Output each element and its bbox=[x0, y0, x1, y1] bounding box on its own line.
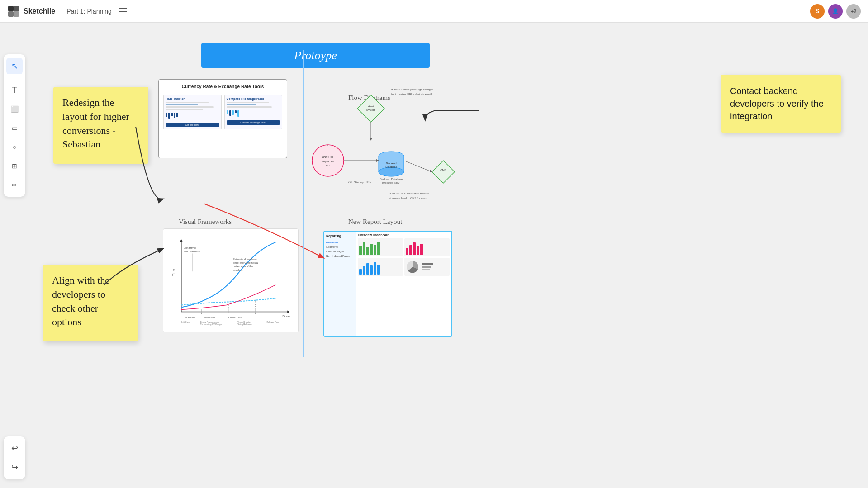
svg-text:for important URLs alert via e: for important URLs alert via email. bbox=[391, 93, 432, 95]
svg-point-16 bbox=[379, 167, 404, 176]
svg-text:at a page level in CMS for use: at a page level in CMS for users. bbox=[389, 197, 428, 199]
canvas[interactable]: ↖ T ⬜ ▭ ○ ⊞ ✏ ↩ ↪ Protoype Redesign the … bbox=[0, 23, 868, 488]
report-grid bbox=[358, 238, 450, 276]
flow-diagram: Alert System If Index Coverage change ch… bbox=[301, 81, 473, 213]
divider bbox=[61, 6, 61, 17]
report-sidebar-indexed[interactable]: Indexed Pages bbox=[326, 249, 354, 254]
app-logo[interactable]: Sketchlie bbox=[7, 5, 55, 18]
report-chart-4 bbox=[404, 258, 450, 276]
toolbar-divider-1 bbox=[6, 78, 23, 78]
svg-text:better idea of the: better idea of the bbox=[233, 265, 253, 268]
svg-text:GSC URL: GSC URL bbox=[322, 156, 334, 159]
select-tool[interactable]: ↖ bbox=[6, 58, 23, 74]
plan-title: Part 1: Planning bbox=[66, 8, 112, 15]
menu-bar-3 bbox=[119, 14, 127, 14]
svg-text:Inspection: Inspection bbox=[322, 160, 334, 163]
redo-button[interactable]: ↪ bbox=[6, 459, 23, 475]
section-new-report-layout: New Report Layout bbox=[348, 218, 402, 226]
sticky-note-align[interactable]: Align with the developers to check other… bbox=[43, 265, 138, 341]
compare-exchange-card[interactable]: Compare exchange rates Compare Exchange … bbox=[224, 95, 283, 129]
svg-text:Initial Idea: Initial Idea bbox=[181, 321, 191, 323]
report-sidebar-nonindexed[interactable]: Non-Indexed Pages bbox=[326, 254, 354, 258]
avatar-photo[interactable]: 👤 bbox=[828, 4, 843, 19]
svg-text:Database: Database bbox=[385, 166, 397, 168]
rate-tracker-card[interactable]: Rate Tracker Get rate alerts bbox=[163, 95, 222, 129]
svg-text:once everyone has a: once everyone has a bbox=[233, 261, 258, 264]
compare-exchange-title: Compare exchange rates bbox=[227, 97, 280, 100]
svg-marker-19 bbox=[432, 161, 455, 183]
shape-tool[interactable]: ○ bbox=[6, 139, 23, 155]
svg-text:Sizing Releases: Sizing Releases bbox=[237, 323, 252, 326]
sticky-note-align-text: Align with the developers to check other… bbox=[52, 275, 109, 327]
sticky-note-contact[interactable]: Contact backend developers to verify the… bbox=[721, 75, 841, 133]
svg-text:Constructing UX Design: Constructing UX Design bbox=[200, 323, 222, 326]
currency-inner: Rate Tracker Get rate alerts bbox=[163, 95, 282, 129]
svg-text:(Updates daily): (Updates daily) bbox=[382, 181, 400, 184]
report-content-title: Overview Dashboard bbox=[358, 233, 450, 237]
report-chart-2 bbox=[404, 238, 450, 256]
svg-text:Pull GSC URL Inspection metric: Pull GSC URL Inspection metrics bbox=[389, 192, 429, 195]
get-rate-alerts-btn[interactable]: Get rate alerts bbox=[166, 123, 219, 127]
section-visual-frameworks: Visual Frameworks bbox=[179, 218, 232, 226]
svg-text:Backend Database: Backend Database bbox=[380, 178, 403, 180]
currency-rate-box[interactable]: Currency Rate & Exchange Rate Tools Rate… bbox=[158, 79, 287, 158]
report-layout-box[interactable]: Reporting Overview Segments Indexed Page… bbox=[323, 231, 452, 337]
canvas-divider bbox=[303, 50, 304, 357]
rate-tracker-title: Rate Tracker bbox=[166, 97, 219, 100]
svg-text:If Index Coverage change chang: If Index Coverage change changes bbox=[391, 88, 433, 91]
avatar-s[interactable]: S bbox=[810, 4, 825, 19]
pen-tool[interactable]: ✏ bbox=[6, 177, 23, 193]
menu-button[interactable] bbox=[119, 8, 127, 14]
avatar-count[interactable]: +2 bbox=[846, 4, 861, 19]
menu-bar-1 bbox=[119, 8, 127, 9]
svg-rect-1 bbox=[14, 6, 19, 11]
undo-button[interactable]: ↩ bbox=[6, 440, 23, 456]
svg-text:System: System bbox=[366, 109, 375, 111]
svg-marker-31 bbox=[180, 239, 183, 242]
report-chart-1 bbox=[358, 238, 403, 256]
svg-rect-2 bbox=[8, 11, 14, 17]
svg-text:CMS: CMS bbox=[440, 169, 446, 171]
svg-text:Backend: Backend bbox=[386, 162, 396, 165]
frameworks-svg: Time Done Inception Elaboration Construc… bbox=[168, 233, 294, 327]
report-sidebar-overview[interactable]: Overview bbox=[326, 240, 354, 245]
image-tool[interactable]: ⊞ bbox=[6, 158, 23, 174]
sticky-note-contact-text: Contact backend developers to verify the… bbox=[730, 86, 824, 121]
sticky-note-redesign[interactable]: Redesign the layout for higher conversio… bbox=[53, 87, 148, 164]
report-sidebar: Reporting Overview Segments Indexed Page… bbox=[324, 232, 356, 336]
svg-text:Time: Time bbox=[172, 269, 175, 276]
app-name: Sketchlie bbox=[24, 7, 55, 15]
text-tool[interactable]: T bbox=[6, 82, 23, 98]
svg-text:Release Plan: Release Plan bbox=[266, 321, 279, 323]
sticky-note-redesign-text: Redesign the layout for higher conversio… bbox=[62, 97, 129, 150]
report-sidebar-segments[interactable]: Segments bbox=[326, 245, 354, 249]
svg-text:Inception: Inception bbox=[185, 316, 195, 319]
frame-tool[interactable]: ▭ bbox=[6, 120, 23, 136]
svg-text:Done: Done bbox=[282, 315, 290, 318]
compare-exchange-content: Compare Exchange Rates bbox=[227, 102, 280, 125]
svg-text:API: API bbox=[326, 164, 330, 167]
report-sidebar-title: Reporting bbox=[326, 234, 354, 237]
svg-text:Alert: Alert bbox=[368, 105, 374, 108]
visual-frameworks-area: Time Done Inception Elaboration Construc… bbox=[163, 228, 299, 332]
svg-text:Estimate down here: Estimate down here bbox=[233, 258, 257, 261]
topbar-right: S 👤 +2 bbox=[810, 4, 861, 19]
svg-text:Elaboration: Elaboration bbox=[204, 316, 216, 319]
bottom-toolbar: ↩ ↪ bbox=[4, 436, 25, 479]
currency-box-title: Currency Rate & Exchange Rate Tools bbox=[163, 84, 282, 91]
svg-text:estimate here.: estimate here. bbox=[184, 250, 201, 253]
prototype-header: Protoype bbox=[201, 43, 430, 68]
rate-tracker-content: Get rate alerts bbox=[166, 102, 219, 127]
svg-rect-0 bbox=[8, 6, 14, 11]
sticky-tool[interactable]: ⬜ bbox=[6, 101, 23, 117]
left-toolbar: ↖ T ⬜ ▭ ○ ⊞ ✏ bbox=[4, 54, 25, 197]
svg-rect-3 bbox=[14, 11, 19, 17]
report-content: Overview Dashboard bbox=[356, 232, 451, 336]
svg-text:problem.: problem. bbox=[233, 269, 243, 271]
svg-marker-32 bbox=[287, 311, 290, 313]
svg-text:Don't try to: Don't try to bbox=[184, 247, 197, 250]
svg-line-25 bbox=[404, 161, 432, 172]
svg-text:Construction: Construction bbox=[228, 316, 242, 319]
compare-exchange-btn[interactable]: Compare Exchange Rates bbox=[227, 120, 280, 125]
menu-bar-2 bbox=[119, 11, 127, 12]
